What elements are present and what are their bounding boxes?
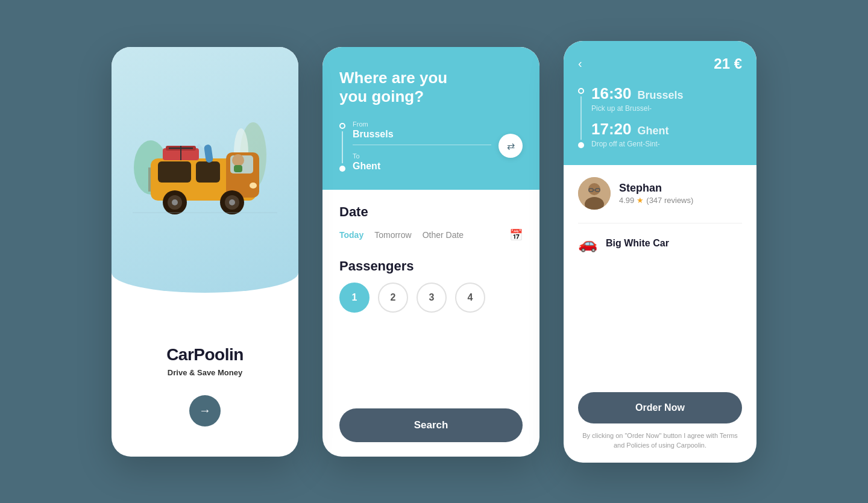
arrow-icon: → (199, 404, 211, 417)
driver-avatar (578, 177, 611, 210)
from-value[interactable]: Brussels (353, 129, 491, 145)
arrival-time-city: 17:20 Ghent (591, 120, 742, 139)
route-fields: From Brussels To Ghent (353, 120, 491, 172)
detail-header-section: ‹ 21 € 16:30 Brussels Pick up at Brussel… (564, 41, 756, 165)
swap-button[interactable]: ⇄ (498, 134, 523, 158)
passenger-4-button[interactable]: 4 (455, 283, 485, 313)
svg-point-22 (172, 199, 178, 205)
search-header: Where are youyou going? From Brussels To… (322, 47, 539, 190)
search-button[interactable]: Search (339, 408, 523, 442)
order-now-button[interactable]: Order Now (578, 392, 742, 423)
search-options: Date Today Tomorrow Other Date 📅 Passeng… (322, 190, 539, 457)
arrival-city: Ghent (638, 125, 669, 137)
svg-point-13 (232, 154, 244, 166)
destination-dot (339, 166, 345, 172)
driver-details: Stephan 4.99 ★ (347 reviews) (619, 182, 742, 205)
departure-time: 16:30 (591, 84, 632, 103)
back-button[interactable]: ‹ (578, 57, 582, 70)
date-section-title: Date (339, 204, 523, 220)
origin-dot (339, 123, 345, 129)
pickup-location: Pick up at Brussel- (591, 104, 742, 113)
trip-vertical-line (580, 96, 582, 140)
trip-price: 21 € (714, 55, 742, 72)
arrival-time: 17:20 (591, 120, 632, 139)
trip-stops: 16:30 Brussels Pick up at Brussel- 17:20… (591, 84, 742, 148)
splash-card: CarPoolin Drive & Save Money → (112, 47, 298, 457)
date-tomorrow[interactable]: Tomorrow (374, 230, 411, 240)
dropoff-location: Drop off at Gent-Sint- (591, 140, 742, 148)
arrival-dot (578, 142, 584, 148)
star-icon: ★ (637, 196, 644, 205)
divider (578, 223, 742, 223)
driver-name: Stephan (619, 182, 742, 195)
route-vertical-line (342, 131, 343, 163)
detail-top-bar: ‹ 21 € (578, 55, 742, 72)
passenger-1-button[interactable]: 1 (339, 283, 370, 313)
driver-rating: 4.99 ★ (347 reviews) (619, 196, 742, 205)
passenger-2-button[interactable]: 2 (378, 283, 408, 313)
car-name: Big White Car (606, 238, 669, 249)
app-tagline: Drive & Save Money (166, 368, 244, 377)
get-started-button[interactable]: → (189, 395, 221, 426)
splash-text-block: CarPoolin Drive & Save Money (166, 345, 244, 377)
svg-rect-10 (196, 161, 220, 183)
svg-rect-9 (158, 161, 191, 183)
svg-point-28 (588, 183, 600, 195)
arrival-stop: 17:20 Ghent Drop off at Gent-Sint- (591, 120, 742, 148)
passengers-section-title: Passengers (339, 258, 523, 274)
car-icon: 🚗 (578, 234, 597, 253)
departure-stop: 16:30 Brussels Pick up at Brussel- (591, 84, 742, 113)
from-label: From (353, 120, 491, 128)
date-other[interactable]: Other Date (423, 230, 464, 240)
departure-time-city: 16:30 Brussels (591, 84, 742, 103)
rating-value: 4.99 (619, 196, 634, 205)
date-options: Today Tomorrow Other Date 📅 (339, 228, 523, 242)
review-count: (347 reviews) (646, 196, 693, 205)
date-today[interactable]: Today (339, 230, 363, 240)
svg-point-12 (250, 183, 257, 189)
detail-body: Stephan 4.99 ★ (347 reviews) 🚗 Big White… (564, 165, 756, 463)
search-card: Where are youyou going? From Brussels To… (322, 47, 539, 457)
app-title: CarPoolin (166, 345, 244, 364)
to-label: To (353, 152, 491, 160)
svg-point-25 (229, 199, 235, 205)
trip-line (578, 84, 584, 148)
departure-dot (578, 88, 584, 94)
van-illustration (112, 95, 298, 216)
calendar-icon[interactable]: 📅 (509, 228, 523, 242)
search-heading: Where are youyou going? (339, 69, 523, 106)
swap-icon: ⇄ (507, 140, 515, 152)
to-value[interactable]: Ghent (353, 161, 491, 172)
departure-city: Brussels (638, 89, 684, 102)
svg-rect-14 (234, 165, 242, 172)
terms-text: By clicking on "Order Now" button I agre… (578, 431, 742, 451)
passengers-selector: 1 2 3 4 (339, 283, 523, 313)
driver-info-row: Stephan 4.99 ★ (347 reviews) (578, 177, 742, 210)
route-line (339, 120, 345, 172)
passenger-3-button[interactable]: 3 (417, 283, 447, 313)
trip-route: 16:30 Brussels Pick up at Brussel- 17:20… (578, 84, 742, 148)
route-container: From Brussels To Ghent ⇄ (339, 120, 523, 172)
detail-card: ‹ 21 € 16:30 Brussels Pick up at Brussel… (564, 41, 756, 463)
car-info-row: 🚗 Big White Car (578, 234, 742, 253)
